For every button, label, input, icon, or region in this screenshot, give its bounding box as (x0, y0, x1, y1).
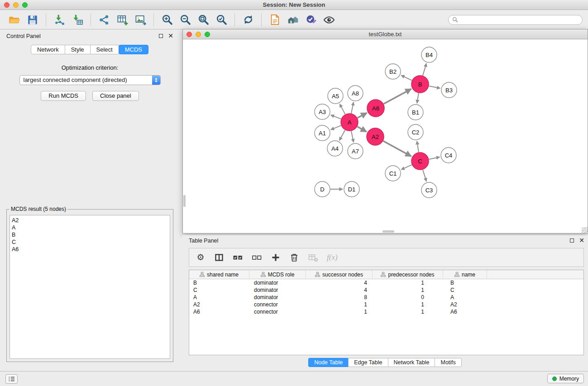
edge-B-B2[interactable] (401, 75, 412, 80)
save-session-button[interactable] (24, 12, 41, 28)
zoom-in-button[interactable] (159, 12, 175, 28)
tab-mcds[interactable]: MCDS (119, 45, 148, 54)
tab-select[interactable]: Select (90, 45, 119, 54)
function-builder-button[interactable]: f(x) (327, 252, 338, 263)
node-C3[interactable]: C3 (421, 182, 437, 198)
mcds-result-item[interactable]: C (12, 238, 168, 246)
node-C1[interactable]: C1 (385, 166, 401, 181)
optimization-criterion-select[interactable]: largest connected component (directed) (19, 75, 161, 85)
new-table-button[interactable] (114, 12, 130, 28)
open-session-button[interactable] (6, 12, 23, 28)
node-B1[interactable]: B1 (408, 105, 423, 120)
node-A1[interactable]: A1 (315, 125, 330, 141)
refresh-view-button[interactable] (240, 12, 256, 28)
tab-style[interactable]: Style (65, 45, 91, 54)
search-field[interactable] (448, 15, 583, 25)
edge-A-A2[interactable] (357, 127, 366, 132)
edge-A6-B[interactable] (384, 89, 411, 104)
mcds-result-item[interactable]: B (12, 231, 168, 238)
tab-motifs[interactable]: Motifs (435, 358, 461, 367)
table-row[interactable]: A6connector11A6 (189, 308, 583, 315)
close-table-panel-icon[interactable]: ✕ (579, 238, 584, 243)
tab-node-table[interactable]: Node Table (308, 358, 349, 367)
edge-A-A5[interactable] (339, 104, 345, 114)
table-settings-button[interactable]: ⚙ (196, 252, 206, 263)
node-A3[interactable]: A3 (315, 104, 330, 119)
mcds-result-item[interactable]: A (12, 224, 168, 231)
edge-A2-C[interactable] (383, 141, 411, 157)
node-C[interactable]: C (411, 152, 429, 170)
edge-A-A8[interactable] (351, 102, 354, 114)
node-A7[interactable]: A7 (348, 143, 363, 159)
welcome-screen-button[interactable] (285, 12, 301, 28)
mcds-result-list[interactable]: A2ABCA6 (10, 215, 170, 359)
node-B2[interactable]: B2 (385, 64, 401, 79)
node-D1[interactable]: D1 (344, 181, 359, 197)
float-table-panel-button[interactable] (570, 238, 574, 243)
vertical-scrollbar-thumb[interactable] (183, 195, 186, 207)
edge-B-B1[interactable] (417, 93, 419, 104)
import-table-file-button[interactable] (69, 12, 86, 28)
node-C2[interactable]: C2 (408, 124, 423, 140)
tab-network[interactable]: Network (31, 45, 65, 54)
run-mcds-button[interactable]: Run MCDS (41, 91, 86, 101)
resize-grip[interactable] (582, 227, 588, 233)
network-canvas[interactable]: AA1A2A3A4A5A6A7A8BB1B2B3B4CC1C2C3C4DD1 (183, 39, 588, 233)
node-B[interactable]: B (411, 76, 429, 93)
close-panel-icon[interactable]: ✕ (168, 33, 173, 38)
edge-A-A7[interactable] (351, 131, 354, 143)
table-row[interactable]: A2connector11A2 (189, 301, 583, 308)
mcds-result-item[interactable]: A2 (12, 217, 168, 224)
table-row[interactable]: Adominator80A (189, 294, 583, 301)
select-all-columns-button[interactable] (233, 252, 243, 263)
minimize-window-button[interactable] (13, 2, 19, 8)
delete-column-button[interactable] (289, 252, 299, 263)
show-columns-button[interactable] (214, 252, 224, 263)
edge-A-A1[interactable] (331, 125, 341, 129)
horizontal-scrollbar-thumb[interactable] (382, 230, 394, 233)
tab-network-table[interactable]: Network Table (388, 358, 435, 367)
table-row[interactable]: Bdominator41B (189, 279, 583, 286)
show-graphics-details-button[interactable] (321, 12, 337, 28)
close-network-window-button[interactable] (186, 32, 192, 37)
zoom-out-button[interactable] (177, 12, 193, 28)
minimize-network-window-button[interactable] (196, 32, 201, 37)
column-header-MCDS-role[interactable]: MCDS role (249, 270, 306, 279)
float-panel-button[interactable] (159, 34, 163, 38)
memory-button[interactable]: Memory (547, 374, 584, 383)
node-A5[interactable]: A5 (328, 88, 343, 104)
open-document-button[interactable] (267, 12, 283, 28)
column-header-successor-nodes[interactable]: successor nodes (306, 270, 373, 279)
validator-button[interactable] (303, 12, 319, 28)
zoom-network-window-button[interactable] (205, 32, 210, 37)
edge-A-A4[interactable] (339, 130, 345, 141)
node-D[interactable]: D (315, 181, 330, 197)
node-A2[interactable]: A2 (367, 128, 384, 145)
zoom-selected-button[interactable] (213, 12, 229, 28)
create-column-button[interactable] (271, 252, 281, 263)
node-A6[interactable]: A6 (367, 100, 384, 117)
node-A[interactable]: A (341, 114, 358, 131)
node-B4[interactable]: B4 (421, 47, 437, 62)
edge-B-B3[interactable] (429, 86, 440, 88)
new-network-button[interactable] (96, 12, 112, 28)
edge-A-A3[interactable] (331, 115, 341, 119)
edge-C-C1[interactable] (401, 165, 412, 170)
export-image-button[interactable] (132, 12, 148, 28)
unselect-all-columns-button[interactable] (252, 252, 262, 263)
zoom-fit-button[interactable] (195, 12, 211, 28)
edge-A-A6[interactable] (358, 113, 367, 118)
edge-C-C4[interactable] (429, 157, 440, 159)
table-row[interactable]: Cdominator41C (189, 286, 583, 294)
task-history-button[interactable] (5, 374, 18, 384)
import-network-file-button[interactable] (51, 12, 67, 28)
node-A8[interactable]: A8 (348, 86, 363, 101)
column-header-name[interactable]: name (443, 270, 487, 279)
column-header-shared-name[interactable]: shared name (189, 270, 249, 279)
search-input[interactable] (460, 17, 578, 23)
edge-C-C2[interactable] (417, 141, 419, 152)
delete-table-button[interactable] (308, 252, 318, 263)
zoom-window-button[interactable] (22, 2, 28, 8)
close-window-button[interactable] (4, 2, 10, 8)
edge-B-B4[interactable] (423, 63, 426, 76)
